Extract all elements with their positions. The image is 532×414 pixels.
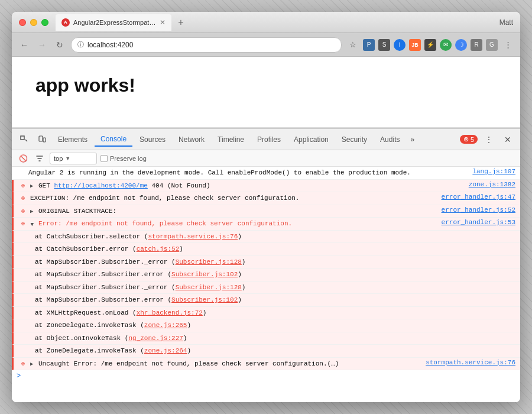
- tab-close-button[interactable]: ✕: [160, 18, 166, 27]
- stack-line-1: at CatchSubscriber.selector (stormpath.s…: [12, 231, 520, 244]
- preserve-log-checkbox[interactable]: [100, 155, 108, 162]
- tab-audits[interactable]: Audits: [374, 133, 406, 146]
- console-source-1[interactable]: lang.js:107: [472, 168, 515, 175]
- devtools-panel: Elements Console Sources Network Timelin…: [12, 128, 520, 402]
- error-circle-icon-4: ⊗: [18, 220, 28, 227]
- expand-icon-3[interactable]: ▶: [28, 223, 36, 226]
- url-display: localhost:4200: [87, 41, 335, 49]
- chrome-menu-icon[interactable]: ⋮: [501, 38, 514, 51]
- svg-rect-1: [39, 136, 43, 141]
- clear-console-icon[interactable]: 🚫: [17, 152, 30, 165]
- back-button[interactable]: ←: [18, 38, 31, 51]
- tab-favicon: A: [61, 18, 70, 27]
- user-name: Matt: [499, 18, 513, 27]
- tab-elements[interactable]: Elements: [52, 133, 93, 146]
- devtools-settings-icon[interactable]: ⋮: [481, 132, 497, 147]
- console-input-line[interactable]: >: [12, 370, 520, 382]
- stack-line-2: at CatchSubscriber.error (catch.js:52): [12, 243, 520, 256]
- console-line-error-1: ⊗ ▶ GET http://localhost:4200/me 404 (No…: [12, 180, 520, 193]
- extension-icon-2[interactable]: S: [378, 39, 390, 51]
- console-source-6[interactable]: stormpath.service.js:76: [426, 359, 515, 366]
- tab-title: Angular2ExpressStormpathEx...: [73, 19, 156, 26]
- error-count-badge: ⊗ 5: [460, 135, 478, 144]
- console-text-3: EXCEPTION: /me endpoint not found, pleas…: [30, 193, 437, 203]
- console-source-2[interactable]: zone.js:1382: [469, 181, 515, 188]
- stack-line-6: at MapSubscriber.Subscriber.error (Subsc…: [12, 294, 520, 307]
- stack-line-9: at Object.onInvokeTask (ng_zone.js:227): [12, 332, 520, 345]
- svg-rect-2: [43, 138, 46, 142]
- url-actions: ☆ P S i JB ⚡ ✉ ☽ R G ⋮: [346, 38, 514, 51]
- filter-dropdown[interactable]: top ▼: [50, 153, 97, 164]
- extension-icon-4[interactable]: ⚡: [424, 39, 436, 51]
- stack-text-7: at XMLHttpRequest.onLoad (xhr_backend.js…: [35, 308, 515, 318]
- device-mode-icon[interactable]: [34, 132, 50, 147]
- expand-icon-2[interactable]: ▶: [30, 209, 33, 215]
- console-source-5[interactable]: error_handler.js:53: [442, 219, 515, 226]
- console-source-3[interactable]: error_handler.js:47: [442, 193, 515, 200]
- console-text-2: ▶ GET http://localhost:4200/me 404 (Not …: [30, 181, 464, 191]
- extension-icon-5[interactable]: ✉: [440, 39, 452, 51]
- bookmark-icon[interactable]: ☆: [346, 38, 359, 51]
- browser-tab[interactable]: A Angular2ExpressStormpathEx... ✕: [56, 14, 171, 31]
- console-text-6: ▶ Uncaught Error: /me endpoint not found…: [30, 359, 421, 369]
- traffic-lights: [19, 19, 48, 26]
- stack-line-10: at ZoneDelegate.invokeTask (zone.js:264): [12, 345, 520, 358]
- stack-text-5: at MapSubscriber.Subscriber._error (Subs…: [35, 283, 515, 293]
- more-tabs-button[interactable]: »: [407, 133, 418, 146]
- console-prompt: >: [17, 372, 21, 380]
- preserve-log-option[interactable]: Preserve log: [100, 155, 147, 162]
- inspect-element-icon[interactable]: [17, 132, 32, 147]
- maximize-button[interactable]: [41, 19, 48, 26]
- tab-application[interactable]: Application: [288, 133, 335, 146]
- extension-icon-3[interactable]: i: [394, 39, 406, 51]
- preserve-log-label: Preserve log: [110, 155, 147, 162]
- url-input-wrapper[interactable]: ⓘ localhost:4200: [71, 37, 342, 53]
- forward-button[interactable]: →: [35, 38, 48, 51]
- stack-line-5: at MapSubscriber.Subscriber._error (Subs…: [12, 282, 520, 295]
- tab-sources[interactable]: Sources: [134, 133, 171, 146]
- error-circle-icon-3: ⊗: [18, 208, 28, 215]
- console-text-1: Angular 2 is running in the development …: [28, 168, 468, 178]
- tab-network[interactable]: Network: [173, 133, 210, 146]
- console-line-error-3: ⊗ ▶ ORIGINAL STACKTRACE: error_handler.j…: [12, 205, 520, 218]
- devtools-tabs: Elements Console Sources Network Timelin…: [52, 132, 458, 147]
- error-count: 5: [471, 136, 474, 143]
- browser-window: A Angular2ExpressStormpathEx... ✕ + Matt…: [12, 12, 520, 402]
- stack-text-8: at ZoneDelegate.invokeTask (zone.js:265): [35, 321, 515, 331]
- error-circle-icon-2: ⊗: [18, 195, 28, 202]
- page-content: app works!: [12, 57, 520, 128]
- reload-button[interactable]: ↻: [53, 38, 66, 51]
- tab-timeline[interactable]: Timeline: [212, 133, 250, 146]
- extension-icon-jb[interactable]: JB: [409, 39, 421, 51]
- tab-console[interactable]: Console: [95, 132, 132, 147]
- console-toolbar: 🚫 top ▼ Preserve log: [12, 150, 520, 167]
- stack-text-6: at MapSubscriber.Subscriber.error (Subsc…: [35, 295, 515, 305]
- new-tab-button[interactable]: +: [174, 15, 188, 30]
- stack-line-3: at MapSubscriber.Subscriber._error (Subs…: [12, 256, 520, 269]
- stack-line-4: at MapSubscriber.Subscriber.error (Subsc…: [12, 269, 520, 282]
- expand-icon-4[interactable]: ▶: [30, 361, 33, 367]
- stack-text-9: at Object.onInvokeTask (ng_zone.js:227): [35, 334, 515, 344]
- devtools-close-icon[interactable]: ✕: [500, 132, 515, 147]
- error-icon: ⊗: [463, 135, 469, 143]
- console-source-4[interactable]: error_handler.js:52: [442, 206, 515, 214]
- error-url-1[interactable]: http://localhost:4200/me: [54, 182, 147, 189]
- tab-bar: A Angular2ExpressStormpathEx... ✕ +: [56, 14, 499, 31]
- devtools-toolbar: Elements Console Sources Network Timelin…: [12, 129, 520, 150]
- tab-profiles[interactable]: Profiles: [251, 133, 287, 146]
- tab-security[interactable]: Security: [336, 133, 373, 146]
- main-content: app works! Elements: [12, 57, 520, 402]
- extension-icon-8[interactable]: G: [486, 39, 498, 51]
- expand-icon-1[interactable]: ▶: [30, 183, 33, 189]
- extension-icon-6[interactable]: ☽: [455, 39, 467, 51]
- console-output: Angular 2 is running in the development …: [12, 167, 520, 402]
- stack-text-4: at MapSubscriber.Subscriber.error (Subsc…: [35, 270, 515, 280]
- extension-icon-7[interactable]: R: [471, 39, 482, 51]
- minimize-button[interactable]: [30, 19, 37, 26]
- close-button[interactable]: [19, 19, 26, 26]
- stack-text-1: at CatchSubscriber.selector (stormpath.s…: [35, 232, 515, 242]
- extension-icon-1[interactable]: P: [363, 39, 375, 51]
- filter-icon[interactable]: [33, 152, 46, 165]
- console-line-error-4: ⊗ ▶ Error: /me endpoint not found, pleas…: [12, 218, 520, 231]
- stack-text-2: at CatchSubscriber.error (catch.js:52): [35, 244, 515, 254]
